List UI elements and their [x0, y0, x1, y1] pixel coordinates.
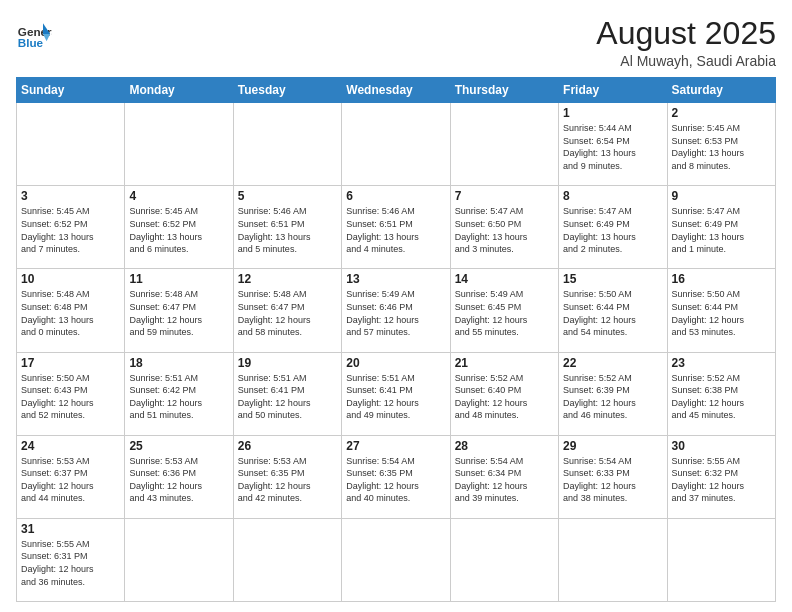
calendar-cell: [559, 518, 667, 601]
day-number: 25: [129, 439, 228, 453]
day-info: Sunrise: 5:45 AM Sunset: 6:52 PM Dayligh…: [21, 205, 120, 255]
calendar-cell: [450, 518, 558, 601]
calendar-cell: 29Sunrise: 5:54 AM Sunset: 6:33 PM Dayli…: [559, 435, 667, 518]
calendar-cell: 18Sunrise: 5:51 AM Sunset: 6:42 PM Dayli…: [125, 352, 233, 435]
day-number: 23: [672, 356, 771, 370]
day-number: 3: [21, 189, 120, 203]
calendar-cell: 12Sunrise: 5:48 AM Sunset: 6:47 PM Dayli…: [233, 269, 341, 352]
weekday-header: Sunday: [17, 78, 125, 103]
weekday-header: Monday: [125, 78, 233, 103]
day-info: Sunrise: 5:46 AM Sunset: 6:51 PM Dayligh…: [238, 205, 337, 255]
day-info: Sunrise: 5:49 AM Sunset: 6:46 PM Dayligh…: [346, 288, 445, 338]
day-number: 28: [455, 439, 554, 453]
day-info: Sunrise: 5:54 AM Sunset: 6:33 PM Dayligh…: [563, 455, 662, 505]
day-info: Sunrise: 5:50 AM Sunset: 6:44 PM Dayligh…: [672, 288, 771, 338]
calendar-cell: 13Sunrise: 5:49 AM Sunset: 6:46 PM Dayli…: [342, 269, 450, 352]
day-info: Sunrise: 5:52 AM Sunset: 6:40 PM Dayligh…: [455, 372, 554, 422]
logo-icon: General Blue: [16, 16, 52, 52]
day-number: 26: [238, 439, 337, 453]
day-number: 9: [672, 189, 771, 203]
day-info: Sunrise: 5:51 AM Sunset: 6:41 PM Dayligh…: [238, 372, 337, 422]
calendar-cell: [342, 518, 450, 601]
day-number: 6: [346, 189, 445, 203]
calendar-cell: [450, 103, 558, 186]
calendar-cell: [233, 518, 341, 601]
day-number: 24: [21, 439, 120, 453]
day-info: Sunrise: 5:48 AM Sunset: 6:47 PM Dayligh…: [238, 288, 337, 338]
calendar-week-row: 17Sunrise: 5:50 AM Sunset: 6:43 PM Dayli…: [17, 352, 776, 435]
day-info: Sunrise: 5:53 AM Sunset: 6:35 PM Dayligh…: [238, 455, 337, 505]
calendar-table: SundayMondayTuesdayWednesdayThursdayFrid…: [16, 77, 776, 602]
calendar-week-row: 31Sunrise: 5:55 AM Sunset: 6:31 PM Dayli…: [17, 518, 776, 601]
day-info: Sunrise: 5:48 AM Sunset: 6:47 PM Dayligh…: [129, 288, 228, 338]
calendar-header-row: SundayMondayTuesdayWednesdayThursdayFrid…: [17, 78, 776, 103]
day-info: Sunrise: 5:52 AM Sunset: 6:38 PM Dayligh…: [672, 372, 771, 422]
day-info: Sunrise: 5:47 AM Sunset: 6:49 PM Dayligh…: [563, 205, 662, 255]
calendar-cell: 9Sunrise: 5:47 AM Sunset: 6:49 PM Daylig…: [667, 186, 775, 269]
day-number: 17: [21, 356, 120, 370]
calendar-cell: 21Sunrise: 5:52 AM Sunset: 6:40 PM Dayli…: [450, 352, 558, 435]
day-number: 4: [129, 189, 228, 203]
calendar-cell: 2Sunrise: 5:45 AM Sunset: 6:53 PM Daylig…: [667, 103, 775, 186]
day-info: Sunrise: 5:45 AM Sunset: 6:53 PM Dayligh…: [672, 122, 771, 172]
calendar-cell: 26Sunrise: 5:53 AM Sunset: 6:35 PM Dayli…: [233, 435, 341, 518]
day-number: 19: [238, 356, 337, 370]
day-info: Sunrise: 5:55 AM Sunset: 6:31 PM Dayligh…: [21, 538, 120, 588]
day-info: Sunrise: 5:44 AM Sunset: 6:54 PM Dayligh…: [563, 122, 662, 172]
calendar-cell: 25Sunrise: 5:53 AM Sunset: 6:36 PM Dayli…: [125, 435, 233, 518]
calendar-cell: 16Sunrise: 5:50 AM Sunset: 6:44 PM Dayli…: [667, 269, 775, 352]
calendar-cell: 14Sunrise: 5:49 AM Sunset: 6:45 PM Dayli…: [450, 269, 558, 352]
day-number: 13: [346, 272, 445, 286]
calendar-cell: 15Sunrise: 5:50 AM Sunset: 6:44 PM Dayli…: [559, 269, 667, 352]
day-number: 2: [672, 106, 771, 120]
day-info: Sunrise: 5:53 AM Sunset: 6:37 PM Dayligh…: [21, 455, 120, 505]
calendar-cell: 6Sunrise: 5:46 AM Sunset: 6:51 PM Daylig…: [342, 186, 450, 269]
day-info: Sunrise: 5:45 AM Sunset: 6:52 PM Dayligh…: [129, 205, 228, 255]
day-number: 22: [563, 356, 662, 370]
weekday-header: Saturday: [667, 78, 775, 103]
calendar-week-row: 3Sunrise: 5:45 AM Sunset: 6:52 PM Daylig…: [17, 186, 776, 269]
calendar-cell: [667, 518, 775, 601]
day-info: Sunrise: 5:53 AM Sunset: 6:36 PM Dayligh…: [129, 455, 228, 505]
calendar-cell: 31Sunrise: 5:55 AM Sunset: 6:31 PM Dayli…: [17, 518, 125, 601]
calendar-cell: 23Sunrise: 5:52 AM Sunset: 6:38 PM Dayli…: [667, 352, 775, 435]
weekday-header: Friday: [559, 78, 667, 103]
day-info: Sunrise: 5:47 AM Sunset: 6:49 PM Dayligh…: [672, 205, 771, 255]
day-number: 31: [21, 522, 120, 536]
day-number: 5: [238, 189, 337, 203]
day-number: 30: [672, 439, 771, 453]
day-info: Sunrise: 5:54 AM Sunset: 6:34 PM Dayligh…: [455, 455, 554, 505]
day-number: 12: [238, 272, 337, 286]
calendar-cell: 19Sunrise: 5:51 AM Sunset: 6:41 PM Dayli…: [233, 352, 341, 435]
day-info: Sunrise: 5:47 AM Sunset: 6:50 PM Dayligh…: [455, 205, 554, 255]
location: Al Muwayh, Saudi Arabia: [596, 53, 776, 69]
logo: General Blue: [16, 16, 52, 52]
day-number: 21: [455, 356, 554, 370]
calendar-cell: [233, 103, 341, 186]
day-info: Sunrise: 5:46 AM Sunset: 6:51 PM Dayligh…: [346, 205, 445, 255]
calendar-cell: 8Sunrise: 5:47 AM Sunset: 6:49 PM Daylig…: [559, 186, 667, 269]
day-info: Sunrise: 5:52 AM Sunset: 6:39 PM Dayligh…: [563, 372, 662, 422]
day-info: Sunrise: 5:54 AM Sunset: 6:35 PM Dayligh…: [346, 455, 445, 505]
day-number: 15: [563, 272, 662, 286]
day-number: 29: [563, 439, 662, 453]
title-area: August 2025 Al Muwayh, Saudi Arabia: [596, 16, 776, 69]
day-info: Sunrise: 5:51 AM Sunset: 6:42 PM Dayligh…: [129, 372, 228, 422]
calendar-cell: 30Sunrise: 5:55 AM Sunset: 6:32 PM Dayli…: [667, 435, 775, 518]
day-info: Sunrise: 5:48 AM Sunset: 6:48 PM Dayligh…: [21, 288, 120, 338]
day-number: 16: [672, 272, 771, 286]
calendar-cell: 17Sunrise: 5:50 AM Sunset: 6:43 PM Dayli…: [17, 352, 125, 435]
calendar-cell: 22Sunrise: 5:52 AM Sunset: 6:39 PM Dayli…: [559, 352, 667, 435]
day-info: Sunrise: 5:55 AM Sunset: 6:32 PM Dayligh…: [672, 455, 771, 505]
weekday-header: Thursday: [450, 78, 558, 103]
calendar-cell: 7Sunrise: 5:47 AM Sunset: 6:50 PM Daylig…: [450, 186, 558, 269]
page: General Blue August 2025 Al Muwayh, Saud…: [0, 0, 792, 612]
calendar-cell: 3Sunrise: 5:45 AM Sunset: 6:52 PM Daylig…: [17, 186, 125, 269]
weekday-header: Wednesday: [342, 78, 450, 103]
day-info: Sunrise: 5:50 AM Sunset: 6:43 PM Dayligh…: [21, 372, 120, 422]
day-number: 27: [346, 439, 445, 453]
calendar-cell: 5Sunrise: 5:46 AM Sunset: 6:51 PM Daylig…: [233, 186, 341, 269]
calendar-cell: 20Sunrise: 5:51 AM Sunset: 6:41 PM Dayli…: [342, 352, 450, 435]
day-number: 11: [129, 272, 228, 286]
calendar-week-row: 10Sunrise: 5:48 AM Sunset: 6:48 PM Dayli…: [17, 269, 776, 352]
